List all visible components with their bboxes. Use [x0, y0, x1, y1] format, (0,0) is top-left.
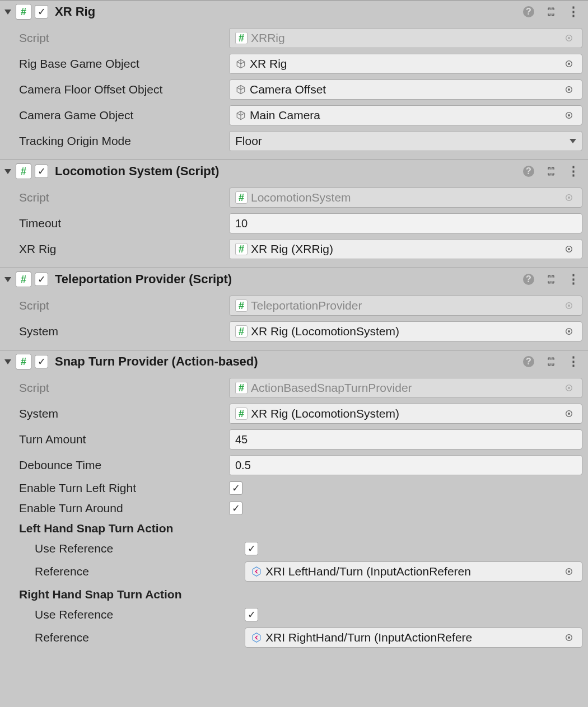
property-label: Debounce Time [19, 458, 229, 472]
text-input[interactable]: 0.5 [229, 455, 582, 475]
script-icon: # [16, 163, 31, 179]
property-label: Rig Base Game Object [19, 57, 229, 71]
help-icon[interactable] [522, 355, 535, 368]
context-menu-icon[interactable] [567, 355, 580, 368]
object-picker-button[interactable] [562, 633, 576, 642]
component-body: Script#LocomotionSystemTimeout10XR Rig#X… [0, 182, 588, 268]
object-field-value: LocomotionSystem [251, 191, 351, 204]
object-picker-button[interactable] [562, 245, 576, 254]
context-menu-icon[interactable] [567, 273, 580, 286]
text-input-value: 45 [235, 433, 248, 446]
object-field[interactable]: XR Rig [229, 54, 582, 74]
property-row: Script#TeleportationProvider [19, 293, 582, 319]
dropdown-field[interactable]: Floor [229, 131, 582, 151]
svg-point-21 [568, 570, 570, 573]
component-enabled-checkbox[interactable] [35, 5, 48, 18]
property-row: Enable Turn Around [19, 498, 582, 518]
object-field[interactable]: Main Camera [229, 105, 582, 125]
object-field[interactable]: XRI RightHand/Turn (InputActionRefere [245, 628, 582, 648]
preset-icon[interactable] [544, 165, 558, 178]
help-icon[interactable] [522, 5, 535, 18]
checkbox[interactable] [229, 502, 242, 515]
property-label: Use Reference [35, 542, 245, 555]
object-picker-button[interactable] [562, 409, 576, 418]
component-title: XR Rig [55, 4, 519, 19]
object-picker-button[interactable] [562, 567, 576, 576]
svg-point-11 [568, 248, 570, 250]
component-snapturn: #Snap Turn Provider (Action-based)Script… [0, 350, 588, 656]
object-field[interactable]: XRI LeftHand/Turn (InputActionReferen [245, 561, 582, 582]
object-field[interactable]: #XR Rig (XRRig) [229, 239, 582, 259]
text-input[interactable]: 45 [229, 429, 582, 450]
property-row: Camera Floor Offset ObjectCamera Offset [19, 77, 582, 102]
hash-icon: # [235, 382, 248, 394]
component-body: Script#XRRigRig Base Game ObjectXR RigCa… [0, 23, 588, 160]
object-picker-button[interactable] [562, 59, 576, 68]
component-xrrig: #XR RigScript#XRRigRig Base Game ObjectX… [0, 0, 588, 160]
property-label: Script [19, 191, 229, 204]
property-label: Timeout [19, 217, 229, 230]
property-row: Script#XRRig [19, 25, 582, 51]
property-row: Use Reference [19, 539, 582, 559]
object-field[interactable]: #XR Rig (LocomotionSystem) [229, 321, 582, 341]
preset-icon[interactable] [544, 5, 558, 18]
property-label: Reference [35, 565, 245, 578]
property-label: XR Rig [19, 242, 229, 256]
foldout-toggle[interactable] [4, 10, 11, 15]
context-menu-icon[interactable] [567, 165, 580, 178]
object-field-value: XR Rig (LocomotionSystem) [251, 407, 399, 420]
object-field: #LocomotionSystem [229, 188, 582, 208]
foldout-toggle[interactable] [4, 169, 11, 174]
svg-point-3 [568, 63, 570, 65]
foldout-toggle[interactable] [4, 359, 11, 364]
preset-icon[interactable] [544, 273, 558, 286]
text-input-value: 10 [235, 217, 248, 230]
text-input-value: 0.5 [235, 459, 251, 472]
object-picker-button[interactable] [562, 85, 576, 94]
hash-icon: # [235, 325, 248, 338]
property-row: Tracking Origin ModeFloor [19, 128, 582, 154]
component-header[interactable]: #Snap Turn Provider (Action-based) [0, 350, 588, 373]
object-field[interactable]: #XR Rig (LocomotionSystem) [229, 404, 582, 424]
script-icon: # [16, 271, 31, 287]
svg-point-19 [568, 413, 570, 415]
checkbox[interactable] [229, 481, 242, 495]
context-menu-icon[interactable] [567, 5, 580, 18]
gameobject-icon [235, 84, 246, 95]
text-input[interactable]: 10 [229, 213, 582, 233]
help-icon[interactable] [522, 273, 535, 286]
foldout-toggle[interactable] [4, 277, 11, 282]
property-label: Camera Game Object [19, 109, 229, 122]
object-field: #TeleportationProvider [229, 296, 582, 316]
component-title: Snap Turn Provider (Action-based) [55, 354, 519, 369]
help-icon[interactable] [522, 165, 535, 178]
object-picker-button[interactable] [562, 327, 576, 336]
property-row: XR Rig#XR Rig (XRRig) [19, 236, 582, 262]
property-label: System [19, 325, 229, 338]
object-picker-button [562, 301, 576, 310]
component-header[interactable]: #XR Rig [0, 1, 588, 23]
component-enabled-checkbox[interactable] [35, 165, 48, 178]
svg-point-9 [568, 196, 570, 199]
property-row: ReferenceXRI RightHand/Turn (InputAction… [19, 625, 582, 650]
property-label: Script [19, 299, 229, 312]
hash-icon: # [235, 243, 248, 255]
preset-icon[interactable] [544, 355, 558, 368]
component-header[interactable]: #Teleportation Provider (Script) [0, 268, 588, 291]
property-label: Camera Floor Offset Object [19, 83, 229, 96]
checkbox[interactable] [245, 608, 258, 621]
object-picker-button[interactable] [562, 111, 576, 120]
section-heading: Right Hand Snap Turn Action [19, 588, 229, 601]
svg-point-23 [568, 636, 570, 639]
object-field[interactable]: Camera Offset [229, 79, 582, 100]
component-enabled-checkbox[interactable] [35, 355, 48, 368]
input-action-icon [251, 566, 262, 577]
checkbox[interactable] [245, 542, 258, 555]
property-label: System [19, 407, 229, 420]
component-locosys: #Locomotion System (Script)Script#Locomo… [0, 160, 588, 268]
component-title: Teleportation Provider (Script) [55, 272, 519, 287]
object-field-value: XR Rig [250, 57, 287, 71]
component-enabled-checkbox[interactable] [35, 273, 48, 286]
section-heading: Left Hand Snap Turn Action [19, 522, 229, 535]
component-header[interactable]: #Locomotion System (Script) [0, 160, 588, 182]
